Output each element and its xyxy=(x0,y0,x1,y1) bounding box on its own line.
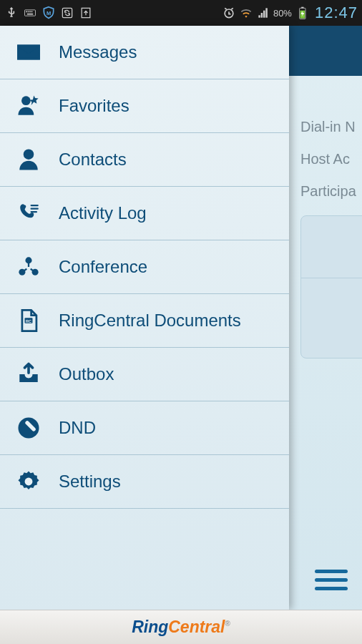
upload-icon xyxy=(79,6,93,20)
menu-item-settings[interactable]: Settings xyxy=(0,455,289,509)
menu-item-favorites[interactable]: Favorites xyxy=(0,79,289,133)
document-icon: RC xyxy=(13,305,44,336)
bg-text-dialin: Dial-in N xyxy=(300,119,362,135)
svg-point-27 xyxy=(25,478,33,486)
menu-item-contacts[interactable]: Contacts xyxy=(0,133,289,187)
shield-icon: M xyxy=(41,6,56,20)
bg-text-host: Host Ac xyxy=(300,151,362,167)
svg-text:RC: RC xyxy=(26,319,31,323)
svg-rect-11 xyxy=(261,13,263,18)
android-status-bar: M 80% 12:47 xyxy=(0,0,362,26)
svg-point-18 xyxy=(21,96,31,105)
battery-icon xyxy=(295,6,309,20)
outbox-icon xyxy=(13,358,44,390)
footer-logo-bar: RingCentral® xyxy=(0,610,362,644)
menu-label: Conference xyxy=(59,257,147,277)
hamburger-menu-button[interactable] xyxy=(315,565,348,594)
battery-percent: 80% xyxy=(273,8,292,19)
menu-item-documents[interactable]: RC RingCentral Documents xyxy=(0,294,289,348)
alarm-icon xyxy=(222,6,236,20)
status-right-icons: 80% 12:47 xyxy=(222,4,358,22)
svg-text:M: M xyxy=(47,10,51,16)
navigation-drawer: Messages Favorites Contacts Activity Log xyxy=(0,26,289,610)
svg-rect-12 xyxy=(263,11,265,18)
activity-icon xyxy=(13,197,44,229)
svg-rect-3 xyxy=(29,11,31,13)
bg-panel xyxy=(300,215,362,358)
svg-rect-2 xyxy=(28,11,29,13)
menu-item-conference[interactable]: Conference xyxy=(0,240,289,294)
menu-label: DND xyxy=(59,418,96,438)
ringcentral-logo: RingCentral® xyxy=(132,618,230,637)
dnd-icon xyxy=(13,412,44,444)
svg-rect-13 xyxy=(265,8,268,17)
menu-label: Messages xyxy=(59,42,137,62)
bg-text-participant: Participa xyxy=(300,183,362,200)
usb-icon xyxy=(4,6,19,20)
svg-rect-5 xyxy=(27,14,33,15)
favorite-icon xyxy=(13,90,44,122)
sync-icon xyxy=(60,6,74,20)
keyboard-icon xyxy=(23,6,37,20)
signal-icon xyxy=(256,6,270,20)
settings-icon xyxy=(13,466,44,497)
svg-rect-10 xyxy=(258,15,260,17)
wifi-icon xyxy=(239,6,253,20)
menu-label: Contacts xyxy=(59,150,127,170)
contact-icon xyxy=(13,144,44,175)
menu-label: Favorites xyxy=(59,96,129,116)
status-clock: 12:47 xyxy=(315,4,358,22)
svg-rect-1 xyxy=(26,11,27,13)
svg-rect-4 xyxy=(31,11,33,13)
menu-label: Activity Log xyxy=(59,203,147,223)
menu-item-messages[interactable]: Messages xyxy=(0,26,289,79)
svg-point-19 xyxy=(24,149,34,160)
menu-item-dnd[interactable]: DND xyxy=(0,401,289,455)
menu-label: Outbox xyxy=(59,364,114,384)
svg-rect-7 xyxy=(62,8,72,17)
menu-label: RingCentral Documents xyxy=(59,311,241,331)
envelope-icon xyxy=(13,36,44,68)
menu-item-outbox[interactable]: Outbox xyxy=(0,348,289,401)
status-left-icons: M xyxy=(4,6,93,20)
svg-point-20 xyxy=(25,257,31,263)
svg-rect-15 xyxy=(301,7,303,9)
menu-label: Settings xyxy=(59,472,121,492)
menu-item-activity-log[interactable]: Activity Log xyxy=(0,187,289,240)
svg-rect-0 xyxy=(25,10,36,16)
conference-icon xyxy=(13,251,44,283)
svg-point-25 xyxy=(18,417,39,438)
